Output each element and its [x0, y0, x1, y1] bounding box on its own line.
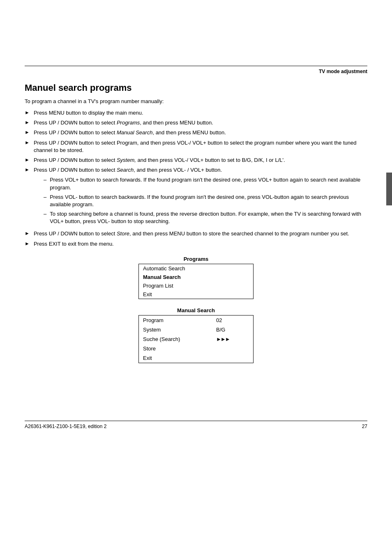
store-label: Store: [143, 345, 216, 352]
search-row-program: Program 02: [139, 315, 253, 325]
system-value: B/G: [216, 327, 249, 333]
main-content: Manuel search programs To program a chan…: [0, 83, 392, 396]
bullet-arrow-icon: ►: [25, 120, 30, 125]
bullet-text: Press UP / DOWN button to select Search,…: [34, 166, 367, 228]
search-row-store: Store: [139, 344, 253, 353]
bullet-arrow-icon: ►: [25, 140, 30, 145]
sub-dash: –: [44, 210, 46, 218]
bullet-text: Press EXIT to exit from the menu.: [34, 240, 114, 248]
bullet-text: Press UP / DOWN button to select Program…: [34, 139, 367, 154]
bullet-arrow-icon: ►: [25, 230, 30, 236]
bullet-text: Press UP / DOWN button to select Store, …: [34, 230, 349, 237]
manual-search-title: Manual Search: [177, 307, 215, 313]
exit-label: Exit: [143, 355, 216, 361]
sub-dash: –: [44, 176, 46, 184]
program-label: Program: [143, 317, 216, 323]
menu-item-exit: Exit: [139, 290, 253, 299]
intro-text: To program a channel in a TV's program n…: [25, 98, 367, 104]
sub-list-item: – To stop searching before a channel is …: [44, 210, 367, 225]
bullet-text: Press UP / DOWN button to select System,…: [34, 157, 285, 164]
list-item: ► Press MENU button to display the main …: [25, 109, 367, 117]
menu-item-program-list: Program List: [139, 281, 253, 290]
header-rule: [25, 66, 367, 66]
suche-label: Suche (Search): [143, 336, 216, 342]
sub-dash: –: [44, 193, 46, 201]
list-item: ► Press UP / DOWN button to select Progr…: [25, 119, 367, 127]
list-item: ► Press UP / DOWN button to select Manua…: [25, 129, 367, 136]
footer: A26361-K961-Z100-1-5E19, edition 2 27: [0, 421, 392, 429]
page-container: TV mode adjustment Manuel search program…: [0, 0, 392, 555]
bullet-arrow-icon: ►: [25, 110, 30, 115]
programs-menu-section: Programs Automatic Search Manual Search …: [25, 256, 367, 299]
list-item: ► Press UP / DOWN button to select Syste…: [25, 157, 367, 164]
sub-text: Press VOL- button to search backwards. I…: [50, 193, 367, 208]
top-section: TV mode adjustment: [0, 0, 392, 74]
instruction-list: ► Press MENU button to display the main …: [25, 109, 367, 248]
programs-menu-title: Programs: [184, 256, 209, 262]
menu-item-automatic-search: Automatic Search: [139, 264, 253, 273]
sub-list-item: – Press VOL+ button to search forwards. …: [44, 176, 367, 191]
bullet-text: Press UP / DOWN button to select Manual …: [34, 129, 226, 136]
right-tab-decoration: [386, 173, 392, 205]
bullet-arrow-icon: ►: [25, 167, 30, 173]
programs-menu-box: Automatic Search Manual Search Program L…: [138, 264, 254, 299]
program-value: 02: [216, 317, 249, 323]
search-row-suche: Suche (Search) ►►►: [139, 334, 253, 344]
search-row-system: System B/G: [139, 325, 253, 334]
bullet-arrow-icon: ►: [25, 157, 30, 163]
section-title: TV mode adjustment: [25, 69, 367, 74]
bullet-arrow-icon: ►: [25, 129, 30, 135]
sub-list-item: – Press VOL- button to search backwards.…: [44, 193, 367, 208]
sub-text: Press VOL+ button to search forwards. If…: [50, 176, 367, 191]
list-item: ► Press EXIT to exit from the menu.: [25, 240, 367, 248]
doc-ref: A26361-K961-Z100-1-5E19, edition 2: [25, 424, 106, 429]
page-title: Manuel search programs: [25, 83, 367, 93]
bullet-text: Press UP / DOWN button to select Program…: [34, 119, 213, 127]
manual-search-section: Manual Search Program 02 System B/G Such…: [25, 307, 367, 363]
menu-item-manual-search: Manual Search: [139, 273, 253, 281]
suche-arrows-icon: ►►►: [216, 336, 249, 342]
system-label: System: [143, 327, 216, 333]
bullet-text: Press MENU button to display the main me…: [34, 109, 143, 117]
page-number: 27: [362, 424, 367, 429]
manual-search-box: Program 02 System B/G Suche (Search) ►►►…: [138, 315, 254, 363]
list-item: ► Press UP / DOWN button to select Searc…: [25, 166, 367, 228]
list-item: ► Press UP / DOWN button to select Progr…: [25, 139, 367, 154]
sub-text: To stop searching before a channel is fo…: [50, 210, 367, 225]
search-row-exit: Exit: [139, 353, 253, 363]
bullet-arrow-icon: ►: [25, 241, 30, 246]
sub-bullet-list: – Press VOL+ button to search forwards. …: [44, 176, 367, 225]
list-item: ► Press UP / DOWN button to select Store…: [25, 230, 367, 237]
